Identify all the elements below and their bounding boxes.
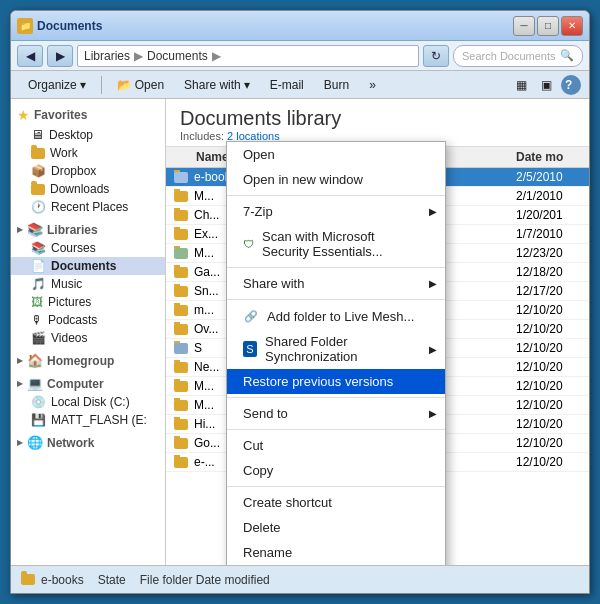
sidebar-item-local-disk[interactable]: 💿 Local Disk (C:) [11, 393, 165, 411]
ctx-separator [227, 486, 445, 487]
folder-icon [174, 229, 188, 240]
sidebar-item-flash[interactable]: 💾 MATT_FLASH (E: [11, 411, 165, 429]
ctx-scan[interactable]: 🛡 Scan with Microsoft Security Essential… [227, 224, 445, 264]
sidebar-item-work[interactable]: Work [11, 144, 165, 162]
submenu-arrow-icon: ▶ [429, 206, 437, 217]
homegroup-header[interactable]: ▶ 🏠 Homegroup [11, 351, 165, 370]
chevron-down-icon: ▾ [80, 78, 86, 92]
ctx-7zip[interactable]: 7-Zip ▶ [227, 199, 445, 224]
search-placeholder: Search Documents [462, 50, 556, 62]
file-date-cell: 12/18/20 [516, 265, 589, 279]
status-file-type: File folder Date modified [140, 573, 270, 587]
folder-icon [31, 148, 45, 159]
desktop-icon: 🖥 [31, 127, 44, 142]
forward-button[interactable]: ▶ [47, 45, 73, 67]
window-controls: ─ □ ✕ [513, 16, 583, 36]
email-button[interactable]: E-mail [261, 75, 313, 95]
ctx-create-shortcut[interactable]: Create shortcut [227, 490, 445, 515]
col-date-header[interactable]: Date mo [516, 150, 589, 164]
ctx-open[interactable]: Open [227, 142, 445, 167]
path-segment[interactable]: Libraries [84, 49, 130, 63]
organize-button[interactable]: Organize ▾ [19, 75, 95, 95]
libraries-header[interactable]: ▶ 📚 Libraries [11, 220, 165, 239]
maximize-button[interactable]: □ [537, 16, 559, 36]
sidebar-item-downloads[interactable]: Downloads [11, 180, 165, 198]
context-menu: Open Open in new window 7-Zip ▶ 🛡 Scan w… [226, 141, 446, 565]
network-section: ▶ 🌐 Network [11, 433, 165, 452]
folder-icon [174, 191, 188, 202]
sidebar-item-documents[interactable]: 📄 Documents [11, 257, 165, 275]
sidebar-item-courses[interactable]: 📚 Courses [11, 239, 165, 257]
submenu-arrow-icon: ▶ [429, 344, 437, 355]
status-item-name: e-books [41, 573, 84, 587]
path-segment[interactable]: Documents [147, 49, 208, 63]
folder-icon [174, 172, 188, 183]
mesh-icon: 🔗 [243, 308, 259, 324]
address-path[interactable]: Libraries ▶ Documents ▶ [77, 45, 419, 67]
favorites-header[interactable]: ★ Favorites [11, 105, 165, 125]
sidebar-item-music[interactable]: 🎵 Music [11, 275, 165, 293]
network-header[interactable]: ▶ 🌐 Network [11, 433, 165, 452]
ctx-send-to[interactable]: Send to ▶ [227, 401, 445, 426]
folder-icon [174, 362, 188, 373]
close-button[interactable]: ✕ [561, 16, 583, 36]
library-title: Documents library [180, 107, 575, 130]
open-button[interactable]: 📂 Open [108, 75, 173, 95]
folder-icon [31, 184, 45, 195]
folder-icon [174, 286, 188, 297]
expand-icon: ▶ [17, 379, 23, 388]
folder-icon: 📂 [117, 78, 132, 92]
file-date-cell: 12/23/20 [516, 246, 589, 260]
file-date-cell: 12/10/20 [516, 379, 589, 393]
back-button[interactable]: ◀ [17, 45, 43, 67]
ctx-shared-sync[interactable]: S Shared Folder Synchronization ▶ [227, 329, 445, 369]
homegroup-icon: 🏠 [27, 353, 43, 368]
file-date-cell: 12/10/20 [516, 360, 589, 374]
pane-button[interactable]: ▣ [536, 75, 557, 95]
expand-icon: ▶ [17, 356, 23, 365]
usb-icon: 💾 [31, 413, 46, 427]
computer-section: ▶ 💻 Computer 💿 Local Disk (C:) 💾 MATT_FL… [11, 374, 165, 429]
refresh-button[interactable]: ↻ [423, 45, 449, 67]
computer-icon: 💻 [27, 376, 43, 391]
music-icon: 🎵 [31, 277, 46, 291]
dropbox-icon: 📦 [31, 164, 46, 178]
sidebar-item-desktop[interactable]: 🖥 Desktop [11, 125, 165, 144]
help-button[interactable]: ? [561, 75, 581, 95]
ctx-delete[interactable]: Delete [227, 515, 445, 540]
folder-icon [174, 419, 188, 430]
sidebar-item-podcasts[interactable]: 🎙 Podcasts [11, 311, 165, 329]
sidebar-item-recent-places[interactable]: 🕐 Recent Places [11, 198, 165, 216]
status-type: File folder Date modified [140, 573, 270, 587]
sidebar-item-pictures[interactable]: 🖼 Pictures [11, 293, 165, 311]
ctx-rename[interactable]: Rename [227, 540, 445, 565]
path-separator: ▶ [134, 49, 143, 63]
ctx-cut[interactable]: Cut [227, 433, 445, 458]
submenu-arrow-icon: ▶ [429, 408, 437, 419]
search-box[interactable]: Search Documents 🔍 [453, 45, 583, 67]
ctx-restore-versions[interactable]: Restore previous versions [227, 369, 445, 394]
pictures-icon: 🖼 [31, 295, 43, 309]
more-button[interactable]: » [360, 75, 385, 95]
view-button[interactable]: ▦ [511, 75, 532, 95]
status-folder-icon [21, 574, 35, 585]
computer-header[interactable]: ▶ 💻 Computer [11, 374, 165, 393]
burn-button[interactable]: Burn [315, 75, 358, 95]
sidebar-item-dropbox[interactable]: 📦 Dropbox [11, 162, 165, 180]
ctx-open-new-window[interactable]: Open in new window [227, 167, 445, 192]
minimize-button[interactable]: ─ [513, 16, 535, 36]
ctx-add-live-mesh[interactable]: 🔗 Add folder to Live Mesh... [227, 303, 445, 329]
expand-icon: ▶ [17, 225, 23, 234]
file-date-cell: 12/10/20 [516, 455, 589, 469]
ctx-share-with[interactable]: Share with ▶ [227, 271, 445, 296]
share-with-button[interactable]: Share with ▾ [175, 75, 259, 95]
ctx-copy[interactable]: Copy [227, 458, 445, 483]
videos-icon: 🎬 [31, 331, 46, 345]
favorites-label: Favorites [34, 108, 87, 122]
disk-icon: 💿 [31, 395, 46, 409]
submenu-arrow-icon: ▶ [429, 278, 437, 289]
ctx-separator [227, 267, 445, 268]
folder-icon [174, 324, 188, 335]
sidebar-item-videos[interactable]: 🎬 Videos [11, 329, 165, 347]
libraries-section: ▶ 📚 Libraries 📚 Courses 📄 Documents 🎵 Mu… [11, 220, 165, 347]
